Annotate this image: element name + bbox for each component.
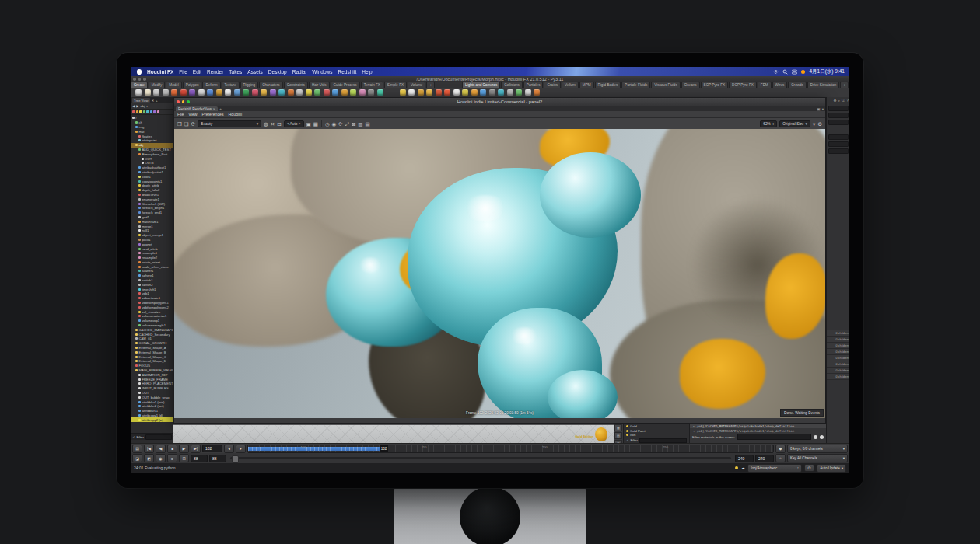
main-window-titlebar[interactable]: /Users/andre/Documents/Projects/Morph.hi… bbox=[131, 76, 849, 82]
tree-node[interactable]: attribcopy2 (w) bbox=[131, 417, 173, 422]
stop-button[interactable]: ■ bbox=[167, 445, 177, 453]
control-center-icon[interactable] bbox=[792, 69, 797, 75]
menu-item[interactable]: Render bbox=[207, 69, 223, 75]
render-menu-item[interactable]: Houdini bbox=[229, 112, 243, 117]
snapshot-dropdown[interactable]: < Auto > bbox=[284, 120, 304, 127]
tab-redshift-renderview[interactable]: Redshift RenderView ✕ bbox=[176, 106, 218, 111]
children-count-row[interactable]: 0 children bbox=[827, 349, 849, 355]
back-icon[interactable]: ◀ bbox=[132, 104, 135, 108]
playhead-label[interactable]: 102 bbox=[380, 445, 389, 452]
shelf-tab[interactable]: Collisions bbox=[501, 82, 523, 88]
shelf-tab[interactable]: Characters bbox=[259, 82, 282, 88]
menu-item[interactable]: Radial bbox=[292, 69, 306, 75]
shelf-tool-icon[interactable] bbox=[278, 89, 285, 96]
shelf-tool-icon[interactable] bbox=[462, 89, 468, 96]
shelf-tool-icon[interactable] bbox=[332, 89, 338, 96]
search-icon[interactable] bbox=[782, 69, 788, 75]
children-count-row[interactable]: 0 children bbox=[827, 330, 849, 337]
filter-checkbox[interactable]: ✓ bbox=[132, 435, 135, 439]
shelf-tool-icon[interactable] bbox=[198, 89, 205, 96]
palette-swatch-icon[interactable] bbox=[143, 110, 146, 113]
range-icon[interactable]: ⊞ bbox=[179, 454, 189, 462]
children-count-row[interactable]: 0 children bbox=[827, 355, 849, 361]
rop-node-dropdown[interactable]: /obj/Atmospheric...↕ bbox=[747, 464, 802, 473]
shelf-tool-icon[interactable] bbox=[480, 89, 486, 96]
snapshot-a-icon[interactable]: ❐ bbox=[177, 121, 182, 127]
key-all-channels-dropdown[interactable]: Key All Channels▾ bbox=[787, 454, 848, 462]
tab-close-icon[interactable]: ✕ bbox=[152, 99, 155, 103]
filter-checkbox[interactable]: ✓ bbox=[626, 438, 629, 442]
shelf-tool-icon[interactable] bbox=[350, 89, 356, 96]
shelf-tool-icon[interactable] bbox=[243, 89, 249, 96]
scene-filter-input[interactable] bbox=[737, 434, 811, 440]
shelf-tool-icon[interactable] bbox=[189, 89, 195, 96]
timeline[interactable]: 100150200250 102 bbox=[247, 445, 774, 453]
crop-icon[interactable]: ⊡ bbox=[277, 121, 281, 127]
shelf-tool-icon[interactable] bbox=[534, 89, 540, 96]
palette-swatch-icon[interactable] bbox=[136, 110, 139, 113]
shelf-tool-icon[interactable] bbox=[252, 89, 258, 96]
shelf-tab[interactable]: Vellum bbox=[562, 82, 579, 88]
shelf-tool-icon[interactable] bbox=[135, 89, 142, 96]
keyframe-icon[interactable]: ◆ bbox=[775, 445, 786, 453]
tab-add-icon[interactable]: + bbox=[156, 99, 157, 103]
forward-icon[interactable]: ▶ bbox=[136, 104, 138, 108]
parameter-field[interactable] bbox=[828, 141, 849, 147]
palette-swatch-icon[interactable] bbox=[132, 110, 135, 113]
apple-menu-icon[interactable] bbox=[137, 69, 142, 75]
gold-material-preview[interactable] bbox=[595, 427, 607, 441]
palette-swatch-icon[interactable] bbox=[157, 110, 160, 113]
palette-swatch-icon[interactable] bbox=[153, 110, 156, 113]
shelf-tab[interactable]: Constraints bbox=[284, 82, 308, 88]
prev-key-icon[interactable]: ◂ bbox=[224, 445, 234, 453]
palette-swatch-icon[interactable] bbox=[139, 110, 142, 113]
magnifier-icon[interactable]: ⌕ bbox=[838, 99, 840, 103]
sun-indicator-icon[interactable] bbox=[735, 466, 738, 469]
shelf-tool-icon[interactable] bbox=[216, 89, 222, 96]
global-range-slider[interactable] bbox=[230, 457, 731, 459]
columns-icon[interactable]: ▤ bbox=[365, 121, 369, 127]
shelf-tab[interactable]: Guide Process bbox=[331, 82, 360, 88]
shelf-tab[interactable]: Grains bbox=[544, 82, 561, 88]
shelf-tool-icon[interactable] bbox=[444, 89, 450, 96]
shelf-tool-icon[interactable] bbox=[163, 89, 169, 96]
parameter-field[interactable] bbox=[828, 134, 849, 140]
close-region-icon[interactable]: ⊠ bbox=[352, 121, 355, 127]
list-view-icon[interactable]: ▤ bbox=[614, 432, 622, 439]
shelf-tab[interactable]: Particle Fluids bbox=[621, 82, 650, 88]
shelf-tool-icon[interactable] bbox=[153, 89, 159, 96]
shelf-tab[interactable]: Simple FX bbox=[384, 82, 407, 88]
auto-update-dropdown[interactable]: Auto Update ▾ bbox=[817, 464, 846, 473]
shelf-tool-icon[interactable] bbox=[306, 89, 312, 96]
chevron-down-icon[interactable]: ▾ bbox=[146, 104, 148, 108]
shelf-tab[interactable]: Viscous Fluids bbox=[651, 82, 681, 88]
shelf-tool-icon[interactable] bbox=[180, 89, 187, 96]
shelf-tab[interactable]: SOP Pyro FX bbox=[701, 82, 729, 88]
scrollbar[interactable] bbox=[849, 105, 849, 260]
shelf-tool-icon[interactable] bbox=[288, 89, 294, 96]
palette-swatch-icon[interactable] bbox=[150, 110, 153, 113]
shelf-tab[interactable]: Terrain FX bbox=[361, 82, 383, 88]
parameter-field[interactable] bbox=[828, 120, 849, 125]
grid-view-icon[interactable]: ▦ bbox=[614, 424, 622, 431]
shelf-tool-icon[interactable] bbox=[418, 89, 424, 96]
target-icon[interactable]: ◉ bbox=[332, 121, 337, 127]
range-start-field[interactable]: 88 bbox=[191, 455, 208, 462]
shelf-tab[interactable]: Crowds bbox=[788, 82, 807, 88]
shelf-tool-icon[interactable] bbox=[225, 89, 231, 96]
shelf-tab[interactable]: Hair Utils bbox=[309, 82, 330, 88]
wifi-icon[interactable] bbox=[773, 69, 779, 75]
shelf-tab[interactable]: Model bbox=[166, 82, 182, 88]
children-count-row[interactable]: 0 children bbox=[827, 374, 849, 380]
render-image[interactable]: Frame 102: 2026-02-06 20:03:50 (1m 54s) … bbox=[174, 129, 825, 418]
shelf-tab[interactable]: + bbox=[840, 82, 849, 88]
grid-icon[interactable]: ▦ bbox=[313, 121, 318, 127]
zoom-level-field[interactable]: 62% ↕ bbox=[760, 120, 777, 127]
render-menu-item[interactable]: File bbox=[177, 112, 184, 117]
shelf-tab[interactable]: Modify bbox=[149, 82, 166, 88]
shelf-tool-icon[interactable] bbox=[408, 89, 415, 96]
shelf-tool-icon[interactable] bbox=[377, 89, 383, 96]
tab-close-icon[interactable]: ✕ bbox=[212, 107, 215, 111]
timeline-range-bar[interactable] bbox=[248, 447, 380, 451]
shelf-tab[interactable]: Rigging bbox=[240, 82, 259, 88]
